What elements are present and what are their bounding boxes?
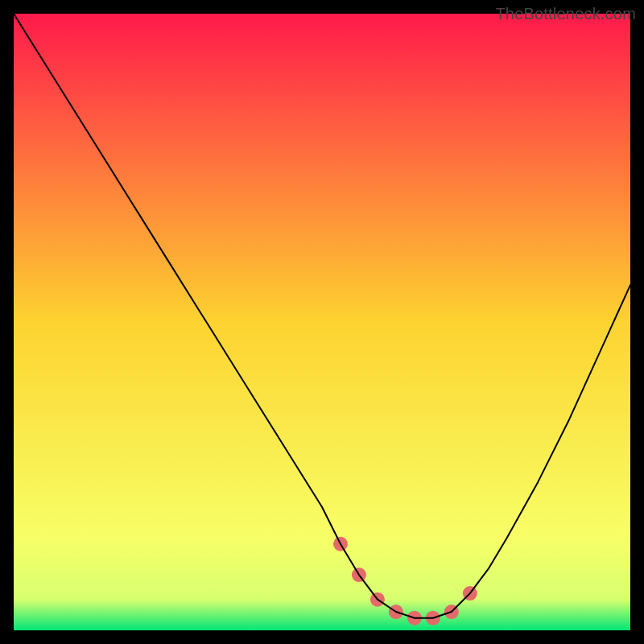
chart-container: TheBottleneck.com [0,0,644,644]
plot-background [14,14,630,630]
plot-svg [14,14,630,630]
plot-area [14,14,630,630]
